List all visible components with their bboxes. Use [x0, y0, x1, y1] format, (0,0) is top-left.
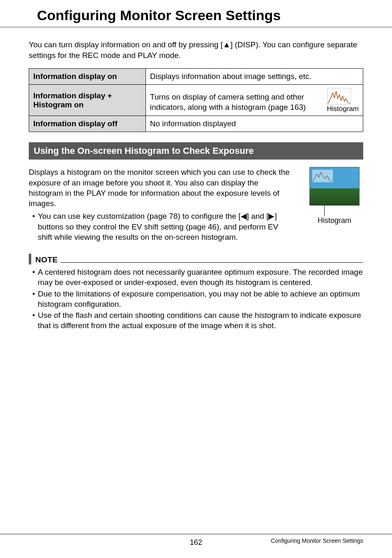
page: Configuring Monitor Screen Settings You … — [0, 0, 392, 558]
page-number: 162 — [0, 538, 392, 547]
section-bullets: You can use key customization (page 78) … — [29, 211, 293, 242]
option-label: Information display on — [29, 69, 146, 85]
right-arrow-icon: ▶ — [268, 211, 274, 221]
list-item: Use of the flash and certain shooting co… — [37, 310, 363, 331]
page-footer: 162 Configuring Monitor Screen Settings — [0, 533, 392, 544]
table-row: Information display + Histogram on Turns… — [29, 85, 363, 116]
option-description: Displays information about image setting… — [146, 69, 363, 85]
table-row: Information display on Displays informat… — [29, 69, 363, 85]
options-table: Information display on Displays informat… — [29, 68, 363, 132]
note-accent-bar — [29, 254, 31, 264]
callout-line — [324, 205, 325, 216]
note-rule-line — [60, 262, 363, 263]
two-column-row: Displays a histogram on the monitor scre… — [29, 167, 363, 243]
content-area: You can turn display information on and … — [0, 28, 392, 331]
list-item: Due to the limitations of exposure compe… — [37, 289, 363, 310]
intro-paragraph: You can turn display information on and … — [29, 39, 363, 60]
intro-text-pre: You can turn display information on and … — [29, 40, 223, 49]
note-list: A centered histogram does not necessaril… — [29, 267, 363, 331]
table-row: Information display off No information d… — [29, 116, 363, 132]
histogram-icon-caption: Histogram — [327, 105, 359, 113]
histogram-icon — [327, 88, 351, 104]
note-heading: NOTE — [29, 254, 363, 264]
thumbnail-column: ⌜ ⌝⌞ ⌟ Histogram — [306, 167, 363, 225]
note-label: NOTE — [35, 255, 58, 264]
bullet-text-mid1: ] and [ — [247, 212, 269, 220]
left-arrow-icon: ◀ — [241, 211, 247, 221]
histogram-icon-block: Histogram — [327, 88, 359, 112]
section-paragraph: Displays a histogram on the monitor scre… — [29, 167, 293, 208]
option-description: No information displayed — [146, 116, 363, 132]
option-description-with-icon: Turns on display of camera setting and o… — [146, 85, 363, 116]
option-label: Information display off — [29, 116, 146, 132]
up-arrow-icon: ▲ — [223, 39, 231, 50]
section-heading: Using the On-screen Histogram to Check E… — [29, 142, 363, 160]
focus-frame-icon: ⌜ ⌝⌞ ⌟ — [352, 169, 357, 179]
title-block: Configuring Monitor Screen Settings — [0, 0, 392, 28]
monitor-thumbnail: ⌜ ⌝⌞ ⌟ — [309, 167, 360, 206]
option-description-text: Turns on display of camera setting and o… — [150, 92, 323, 112]
bullet-text-pre: You can use key customization (page 78) … — [38, 212, 241, 220]
list-item: A centered histogram does not necessaril… — [37, 267, 363, 288]
cell-flex: Turns on display of camera setting and o… — [150, 88, 359, 112]
page-title: Configuring Monitor Screen Settings — [37, 7, 363, 23]
histogram-overlay-icon — [312, 170, 333, 182]
list-item: You can use key customization (page 78) … — [37, 211, 293, 242]
thumbnail-caption: Histogram — [306, 216, 363, 225]
option-label: Information display + Histogram on — [29, 85, 146, 116]
section-text-column: Displays a histogram on the monitor scre… — [29, 167, 293, 243]
